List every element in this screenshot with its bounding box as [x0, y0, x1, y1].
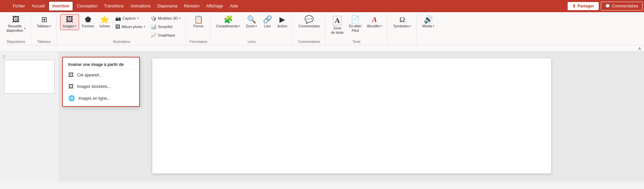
- ribbon-group-texte: A Zonede texte 📄 En-tête/Pied A WordArt …: [326, 14, 387, 45]
- symboles-button[interactable]: Ω Symboles ▾: [391, 14, 414, 30]
- menu-item-affichage[interactable]: Affichage: [203, 2, 226, 10]
- ribbon-group-diapositives-items: 🖼 Nouvellediapositive ▾: [4, 14, 28, 39]
- complements-icon: 🧩: [224, 16, 233, 23]
- dropdown-header: Insérer une image à partir de: [63, 60, 139, 69]
- wordart-button[interactable]: A WordArt ▾: [365, 14, 385, 30]
- lien-icon: 🔗: [263, 16, 272, 23]
- images-icon: 🖼: [66, 16, 73, 23]
- cet-appareil-icon: 🖼: [68, 72, 74, 78]
- slide-thumbnail[interactable]: [4, 60, 55, 94]
- zone-texte-icon: A: [333, 16, 342, 25]
- commentaire-icon: 💬: [304, 16, 314, 23]
- entete-pied-icon: 📄: [351, 16, 360, 23]
- action-icon: ▶: [279, 16, 285, 23]
- ribbon-group-illustrations-items: 🖼 Images ▾ ⬟ Formes ⭐ Icônes: [60, 14, 183, 39]
- lien-button[interactable]: 🔗 Lien: [260, 14, 274, 30]
- dropdown-item-images-en-ligne[interactable]: 🌐 Images en ligne...: [63, 92, 139, 104]
- media-icon: 🔊: [424, 16, 433, 23]
- menu-item-transitions[interactable]: Transitions: [101, 2, 127, 10]
- commentaire-button[interactable]: 💬 Commentaire: [296, 14, 322, 30]
- comments-button[interactable]: 💬 Commentaires: [601, 2, 643, 10]
- menu-bar: Fichier Accueil Insertion Conception Tra…: [0, 0, 644, 12]
- menu-item-animations[interactable]: Animations: [127, 2, 154, 10]
- tableau-chevron-icon: ▾: [50, 24, 51, 28]
- modeles3d-button[interactable]: 🎲 Modèles 3D ▾: [148, 14, 183, 22]
- dropdown-item-cet-appareil[interactable]: 🖼 Cet appareil...: [63, 69, 139, 81]
- ribbon-content: 🖼 Nouvellediapositive ▾ Diapositives ⊞ T…: [0, 14, 644, 45]
- album-chevron-icon: ▾: [144, 25, 145, 28]
- slides-panel: 1: [0, 52, 59, 182]
- ribbon-group-formulaires-label: Formulaires: [190, 40, 207, 44]
- zoom-icon: 🔍: [247, 16, 256, 23]
- ribbon-group-commentaires-label: Commentaires: [298, 40, 320, 44]
- menu-item-insertion[interactable]: Insertion: [48, 1, 74, 11]
- ribbon-collapse-button[interactable]: ∧: [638, 46, 641, 51]
- share-icon: ⬆: [572, 4, 576, 8]
- ribbon-group-liens: 🧩 Compléments ▾ 🔍 Zoom ▾ 🔗 Lien: [211, 14, 293, 45]
- ribbon-group-texte-label: Texte: [352, 40, 361, 44]
- ribbon: 🖼 Nouvellediapositive ▾ Diapositives ⊞ T…: [0, 12, 644, 52]
- ribbon-group-illustrations: 🖼 Images ▾ ⬟ Formes ⭐ Icônes: [57, 14, 186, 45]
- ribbon-group-liens-label: Liens: [248, 40, 256, 44]
- forms-icon: 📋: [194, 16, 203, 23]
- menu-item-revision[interactable]: Révision: [180, 2, 203, 10]
- zone-texte-button[interactable]: A Zonede texte: [328, 14, 346, 36]
- canvas-area[interactable]: [59, 52, 644, 182]
- icones-button[interactable]: ⭐ Icônes: [97, 14, 112, 30]
- ribbon-group-diapositives: 🖼 Nouvellediapositive ▾ Diapositives: [1, 14, 31, 45]
- images-en-ligne-icon: 🌐: [68, 95, 75, 101]
- ribbon-bottom: ∧: [0, 45, 644, 51]
- menu-item-fichier[interactable]: Fichier: [9, 2, 28, 10]
- ribbon-group-illustrations-label: Illustrations: [113, 40, 130, 44]
- nouvelle-diapositive-icon: 🖼: [12, 16, 20, 23]
- dropdown-item-images-stockees[interactable]: 🖼 Images stockées...: [63, 81, 139, 92]
- menu-item-accueil[interactable]: Accueil: [28, 2, 48, 10]
- tableau-button[interactable]: ⊞ Tableau ▾: [34, 14, 54, 30]
- album-photo-button[interactable]: 🖼 Album photo ▾: [113, 23, 148, 31]
- entete-pied-button[interactable]: 📄 En-tête/Pied: [347, 14, 364, 34]
- smartart-button[interactable]: 📊 SmartArt: [148, 23, 183, 31]
- complements-button[interactable]: 🧩 Compléments ▾: [214, 14, 243, 30]
- complements-chevron-icon: ▾: [239, 24, 240, 28]
- illustrations-small-col2: 🎲 Modèles 3D ▾ 📊 SmartArt 📈 Graphique: [148, 14, 183, 39]
- zoom-button[interactable]: 🔍 Zoom ▾: [243, 14, 259, 30]
- capture-button[interactable]: 📷 Capture ▾: [113, 14, 148, 22]
- ribbon-group-diapositives-label: Diapositives: [7, 40, 25, 44]
- comment-icon: 💬: [605, 4, 610, 8]
- graphique-button[interactable]: 📈 Graphique: [148, 31, 183, 39]
- images-chevron-icon: ▾: [75, 24, 77, 28]
- symboles-chevron-icon: ▾: [410, 24, 411, 28]
- illustrations-small-col: 📷 Capture ▾ 🖼 Album photo ▾: [113, 14, 148, 31]
- ribbon-group-media: 🔊 Média ▾: [417, 14, 440, 45]
- media-button[interactable]: 🔊 Média ▾: [420, 14, 437, 30]
- images-dropdown-menu: Insérer une image à partir de 🖼 Cet appa…: [62, 57, 140, 107]
- slide-number-label: 1: [3, 54, 56, 58]
- menu-item-aide[interactable]: Aide: [226, 2, 241, 10]
- modeles3d-icon: 🎲: [151, 16, 156, 21]
- modeles3d-chevron-icon: ▾: [179, 17, 181, 20]
- slide-canvas: [152, 58, 551, 173]
- icones-icon: ⭐: [100, 16, 109, 23]
- action-button[interactable]: ▶ Action: [275, 14, 290, 30]
- wordart-icon: A: [372, 16, 377, 23]
- images-button[interactable]: 🖼 Images ▾: [60, 14, 79, 30]
- album-icon: 🖼: [115, 24, 120, 29]
- formes-button[interactable]: ⬟ Formes: [80, 14, 97, 30]
- tableau-icon: ⊞: [41, 16, 47, 23]
- nouvelle-diapositive-button[interactable]: 🖼 Nouvellediapositive ▾: [4, 14, 28, 34]
- ribbon-group-tableaux: ⊞ Tableau ▾ Tableaux: [32, 14, 57, 45]
- formes-icon: ⬟: [85, 16, 91, 23]
- ribbon-group-formulaires: 📋 Forms Formulaires: [187, 14, 210, 45]
- forms-button[interactable]: 📋 Forms: [191, 14, 206, 30]
- menu-item-diaporama[interactable]: Diaporama: [154, 2, 181, 10]
- share-button[interactable]: ⬆ Partager: [568, 2, 599, 10]
- chevron-down-icon: ▾: [24, 27, 26, 30]
- capture-chevron-icon: ▾: [137, 17, 139, 20]
- capture-icon: 📷: [115, 16, 121, 21]
- symboles-icon: Ω: [399, 16, 405, 23]
- ribbon-group-commentaires: 💬 Commentaire Commentaires: [293, 14, 325, 45]
- wordart-chevron-icon: ▾: [380, 24, 382, 28]
- zoom-chevron-icon: ▾: [255, 24, 257, 28]
- menu-item-conception[interactable]: Conception: [73, 2, 101, 10]
- menu-bar-right: ⬆ Partager 💬 Commentaires: [568, 2, 643, 10]
